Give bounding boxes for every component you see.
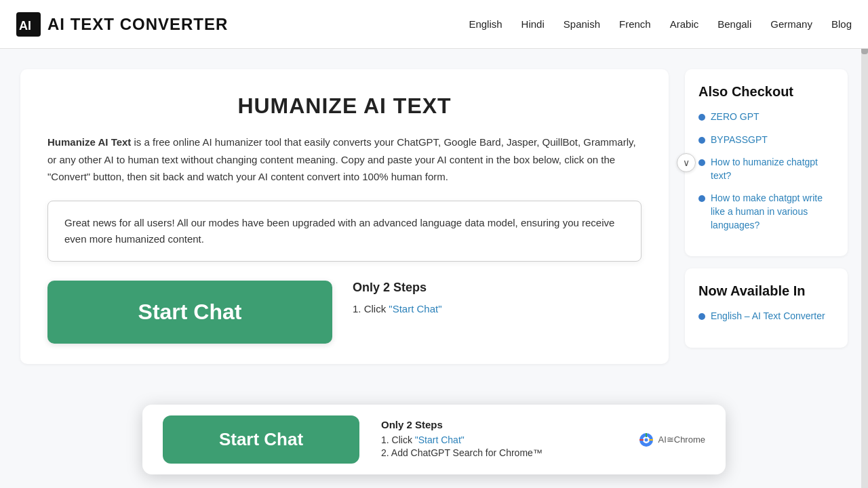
start-chat-section: Start Chat Only 2 Steps 1. Click "Start … <box>47 281 642 344</box>
content-card: HUMANIZE AI TEXT Humanize AI Text is a f… <box>20 69 669 364</box>
content-area: HUMANIZE AI TEXT Humanize AI Text is a f… <box>20 69 669 364</box>
step1-link[interactable]: "Start Chat" <box>389 303 441 314</box>
sidebar: ∨ Also Checkout ZERO GPT BYPASSGPT How t… <box>685 69 848 364</box>
nav-english[interactable]: English <box>469 18 502 30</box>
bullet-dot-3 <box>698 159 705 166</box>
steps-title: Only 2 Steps <box>353 281 642 295</box>
nav-arabic[interactable]: Arabic <box>670 18 699 30</box>
description-text: is a free online AI humanizer tool that … <box>47 136 636 182</box>
main-nav: English Hindi Spanish French Arabic Beng… <box>469 18 852 30</box>
notice-box: Great news for all users! All our modes … <box>47 201 642 262</box>
sidebar-link-zerogpt: ZERO GPT <box>698 110 834 124</box>
notice-text: Great news for all users! All our modes … <box>64 217 614 245</box>
link-humanize[interactable]: How to humanize chatgpt text? <box>711 156 834 182</box>
sidebar-link-makewrite: How to make chatgpt write like a human i… <box>698 192 834 232</box>
svg-text:AI: AI <box>19 19 31 33</box>
also-checkout-title: Also Checkout <box>698 84 834 100</box>
now-available-title: Now Available In <box>698 283 834 299</box>
nav-bengali[interactable]: Bengali <box>717 18 751 30</box>
nav-hindi[interactable]: Hindi <box>521 18 545 30</box>
bullet-dot-2 <box>698 137 705 144</box>
steps-col: Only 2 Steps 1. Click "Start Chat" <box>353 281 642 317</box>
sidebar-link-bypassgpt: BYPASSGPT <box>698 134 834 147</box>
bullet-dot-4 <box>698 195 705 202</box>
link-bypassgpt[interactable]: BYPASSGPT <box>711 134 768 147</box>
now-available-panel: Now Available In English – AI Text Conve… <box>685 268 848 348</box>
collapse-button[interactable]: ∨ <box>677 153 696 172</box>
logo-text: AI TEXT CONVERTER <box>47 15 228 34</box>
start-chat-button-large[interactable]: Start Chat <box>47 281 332 344</box>
sidebar-link-humanize: How to humanize chatgpt text? <box>698 156 834 182</box>
nav-blog[interactable]: Blog <box>831 18 852 30</box>
header: AI AI TEXT CONVERTER English Hindi Spani… <box>0 0 868 49</box>
logo-icon: AI <box>16 12 41 37</box>
scrollbar[interactable] <box>861 0 868 384</box>
also-checkout-panel: ∨ Also Checkout ZERO GPT BYPASSGPT How t… <box>685 69 848 256</box>
step-1: 1. Click "Start Chat" <box>353 303 642 314</box>
link-zerogpt[interactable]: ZERO GPT <box>711 110 760 124</box>
description-bold: Humanize AI Text <box>47 136 131 148</box>
bullet-dot-1 <box>698 114 705 121</box>
page-title: HUMANIZE AI TEXT <box>47 94 642 119</box>
description: Humanize AI Text is a free online AI hum… <box>47 134 642 186</box>
nav-french[interactable]: French <box>619 18 651 30</box>
link-english-converter[interactable]: English – AI Text Converter <box>711 310 825 323</box>
nav-spanish[interactable]: Spanish <box>564 18 600 30</box>
sidebar-link-english-converter: English – AI Text Converter <box>698 310 834 323</box>
logo-area: AI AI TEXT CONVERTER <box>16 12 228 37</box>
main-wrapper: HUMANIZE AI TEXT Humanize AI Text is a f… <box>7 49 861 384</box>
link-makewrite[interactable]: How to make chatgpt write like a human i… <box>711 192 834 232</box>
step1-prefix: 1. Click <box>353 303 389 314</box>
nav-germany[interactable]: Germany <box>770 18 812 30</box>
bullet-dot-5 <box>698 313 705 320</box>
